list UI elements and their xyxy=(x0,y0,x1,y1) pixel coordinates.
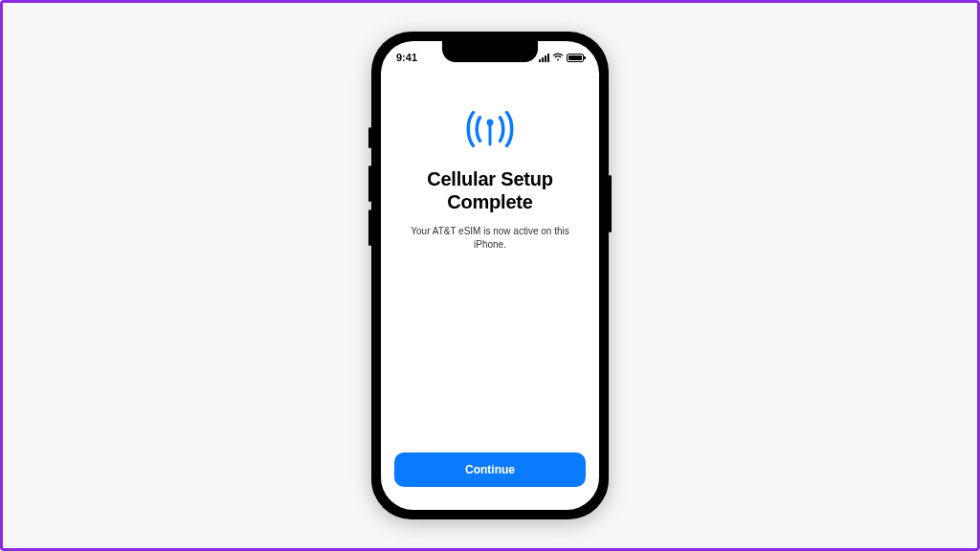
footer: Continue xyxy=(381,452,599,510)
power-button xyxy=(609,175,612,232)
wifi-icon xyxy=(552,53,564,62)
page-title: Cellular Setup Complete xyxy=(427,167,553,213)
battery-icon xyxy=(567,54,584,62)
volume-up-button xyxy=(368,165,371,202)
phone-frame: 9:41 xyxy=(371,32,609,519)
main-content: Cellular Setup Complete Your AT&T eSIM i… xyxy=(381,68,599,452)
volume-down-button xyxy=(368,209,371,246)
silence-switch xyxy=(368,127,371,148)
continue-button[interactable]: Continue xyxy=(394,452,586,487)
page-subtitle: Your AT&T eSIM is now active on this iPh… xyxy=(404,225,576,251)
cellular-signal-icon xyxy=(539,54,549,62)
phone-screen: 9:41 xyxy=(381,41,599,510)
status-right xyxy=(539,53,584,62)
svg-rect-1 xyxy=(489,124,492,146)
cellular-antenna-icon xyxy=(463,106,517,152)
notch xyxy=(442,41,538,62)
stage: 9:41 xyxy=(0,0,980,551)
status-time: 9:41 xyxy=(396,52,417,63)
